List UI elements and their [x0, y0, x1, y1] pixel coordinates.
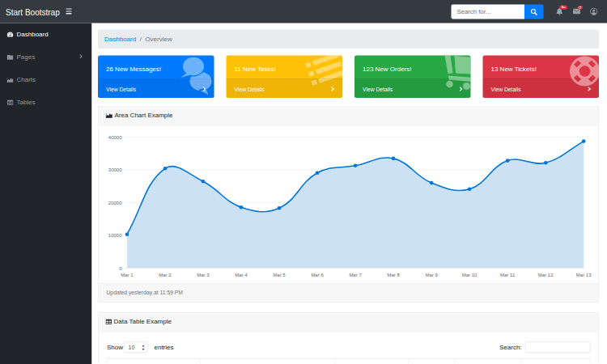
- svg-text:Mar 1: Mar 1: [121, 273, 134, 277]
- svg-text:Mar 12: Mar 12: [538, 273, 554, 277]
- svg-text:10000: 10000: [108, 233, 122, 238]
- svg-text:Mar 5: Mar 5: [273, 273, 286, 277]
- svg-text:Mar 7: Mar 7: [349, 273, 362, 277]
- svg-text:Mar 2: Mar 2: [159, 273, 172, 277]
- svg-text:20000: 20000: [108, 201, 122, 205]
- svg-text:30000: 30000: [108, 167, 122, 172]
- svg-text:Mar 9: Mar 9: [425, 273, 438, 277]
- svg-text:Mar 6: Mar 6: [311, 273, 324, 277]
- svg-text:0: 0: [119, 266, 122, 271]
- svg-text:40000: 40000: [108, 135, 122, 140]
- svg-text:Mar 8: Mar 8: [387, 273, 400, 277]
- svg-text:Mar 10: Mar 10: [462, 273, 478, 277]
- svg-text:Mar 11: Mar 11: [500, 273, 516, 277]
- svg-text:Mar 13: Mar 13: [576, 273, 592, 277]
- svg-text:Mar 4: Mar 4: [235, 273, 248, 277]
- svg-text:Mar 3: Mar 3: [197, 273, 210, 277]
